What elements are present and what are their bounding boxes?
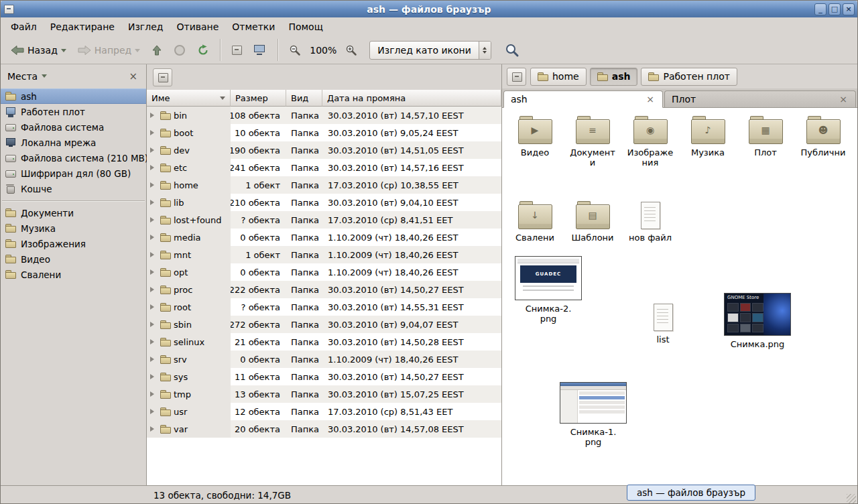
file-item-snimka[interactable]: GNOME Store Снимка.png [724, 293, 791, 349]
folder-item[interactable]: ▤ Шаблони [564, 201, 621, 243]
view-mode-select[interactable]: Изглед като икони [369, 41, 491, 60]
titlebar[interactable]: ash — файлов браузър _ □ × [1, 1, 857, 17]
expander-icon[interactable] [150, 426, 157, 432]
tree-row[interactable]: usr 12 обекта Папка 17.03.2010 (ср) 8,51… [147, 403, 501, 420]
tab-close-icon[interactable]: × [838, 94, 849, 104]
file-item-list[interactable]: list [629, 303, 696, 344]
column-header-date[interactable]: Дата на промяна [322, 90, 501, 107]
home-button[interactable] [227, 42, 247, 58]
tree-row[interactable]: sbin 272 обекта Папка 30.03.2010 (вт) 9,… [147, 316, 501, 333]
menu-item[interactable]: Отметки [226, 19, 281, 35]
sidebar-item[interactable]: Файлова система (210 MB) [1, 150, 146, 166]
sidebar-item[interactable]: Шифриран дял (80 GB) [1, 166, 146, 181]
resize-grip[interactable] [847, 494, 856, 503]
tab-plot[interactable]: Плот × [664, 90, 856, 107]
path-segment-button[interactable]: home [530, 68, 587, 86]
folder-item[interactable]: ☻ Публични [794, 116, 852, 168]
back-button[interactable]: Назад [6, 42, 71, 59]
tree-row[interactable]: sys 11 обекта Папка 30.03.2010 (вт) 14,5… [147, 368, 501, 385]
sidebar-item[interactable]: Локална мрежа [1, 135, 146, 150]
tree-row[interactable]: etc 241 обекта Папка 30.03.2010 (вт) 14,… [147, 159, 501, 176]
tree-row[interactable]: dev 190 обекта Папка 30.03.2010 (вт) 14,… [147, 141, 501, 159]
expander-icon[interactable] [150, 235, 157, 240]
icon-canvas[interactable]: ▶ Видео ≡ Документи ◉ Изображения [502, 108, 857, 485]
forward-button[interactable]: Напред [73, 42, 145, 59]
expander-icon[interactable] [150, 304, 157, 310]
tab-ash[interactable]: ash × [503, 90, 663, 108]
sidebar-item[interactable]: ash [1, 88, 146, 104]
expander-icon[interactable] [150, 200, 157, 205]
expander-icon[interactable] [150, 130, 157, 135]
expander-icon[interactable] [150, 165, 157, 170]
column-header-type[interactable]: Вид [286, 90, 322, 107]
tree-row[interactable]: media 0 обекта Папка 1.10.2009 (чт) 18,4… [147, 229, 501, 246]
tree-row[interactable]: lost+found ? обекта Папка 17.03.2010 (ср… [147, 211, 501, 229]
expander-icon[interactable] [150, 147, 157, 153]
tree-row[interactable]: opt 0 обекта Папка 1.10.2009 (чт) 18,40,… [147, 263, 501, 281]
tree-row[interactable]: root ? обекта Папка 30.03.2010 (вт) 14,5… [147, 298, 501, 316]
expander-icon[interactable] [150, 287, 157, 292]
folder-item[interactable]: ↓ Свалени [506, 201, 564, 243]
expander-icon[interactable] [150, 269, 157, 275]
expander-icon[interactable] [150, 339, 157, 344]
folder-item[interactable]: ♪ Музика [679, 116, 737, 168]
tree-row[interactable]: selinux 21 обекта Папка 30.03.2010 (вт) … [147, 333, 501, 351]
folder-item[interactable]: нов файл [621, 201, 679, 243]
expander-icon[interactable] [150, 252, 157, 257]
sidebar-item[interactable]: Документи [1, 205, 146, 220]
reload-button[interactable] [192, 41, 214, 60]
tree-row[interactable]: boot 10 обекта Папка 30.03.2010 (вт) 9,0… [147, 124, 501, 141]
tree-row[interactable]: lib 210 обекта Папка 30.03.2010 (вт) 9,0… [147, 194, 501, 211]
menu-item[interactable]: Файл [5, 19, 43, 35]
sidebar-item[interactable]: Изображения [1, 236, 146, 251]
column-header-size[interactable]: Размер [231, 90, 286, 107]
maximize-button[interactable]: □ [829, 3, 841, 15]
zoom-out-button[interactable] [284, 41, 306, 60]
expander-icon[interactable] [150, 217, 157, 223]
folder-item[interactable]: ≡ Документи [564, 116, 621, 168]
tab-close-icon[interactable]: × [645, 94, 656, 104]
search-button[interactable] [500, 40, 524, 61]
menu-item[interactable]: Изглед [122, 19, 170, 35]
folder-item[interactable]: ▶ Видео [506, 116, 564, 168]
tree-row[interactable]: bin 108 обекта Папка 30.03.2010 (вт) 14,… [147, 107, 501, 124]
tree-row[interactable]: var 20 обекта Папка 30.03.2010 (вт) 14,5… [147, 420, 501, 438]
menu-item[interactable]: Отиване [170, 19, 225, 35]
tree-row[interactable]: srv 0 обекта Папка 1.10.2009 (чт) 18,40,… [147, 351, 501, 368]
folder-item[interactable]: ▦ Плот [737, 116, 794, 168]
minimize-button[interactable]: _ [814, 3, 826, 15]
file-item-snimka-1[interactable]: Снимка-1. png [560, 382, 627, 447]
expander-icon[interactable] [150, 182, 157, 188]
sidebar-item[interactable]: Файлова система [1, 119, 146, 135]
expander-icon[interactable] [150, 391, 157, 397]
sidebar-item[interactable]: Свалени [1, 267, 146, 282]
expander-icon[interactable] [150, 113, 157, 118]
tree-row[interactable]: mnt 1 обект Папка 1.10.2009 (чт) 18,40,2… [147, 246, 501, 263]
pane-view-button[interactable] [153, 68, 172, 86]
menu-item[interactable]: Редактиране [44, 19, 121, 35]
places-dropdown-icon[interactable] [42, 74, 47, 80]
expander-icon[interactable] [150, 374, 157, 379]
sidebar-item[interactable]: Видео [1, 251, 146, 267]
places-label[interactable]: Места [7, 71, 38, 82]
tree-row[interactable]: home 1 обект Папка 17.03.2010 (ср) 10,38… [147, 176, 501, 194]
expander-icon[interactable] [150, 322, 157, 327]
up-button[interactable] [147, 42, 167, 59]
zoom-in-button[interactable] [341, 41, 362, 60]
view-mode-spinner[interactable] [479, 42, 491, 59]
file-item-snimka-2[interactable]: GUADEC Снимка-2. png [515, 256, 582, 324]
menu-item[interactable]: Помощ [282, 19, 328, 35]
path-segment-button[interactable]: ash [590, 68, 638, 86]
tree-row[interactable]: proc 222 обекта Папка 30.03.2010 (вт) 14… [147, 281, 501, 298]
sidebar-item[interactable]: Музика [1, 220, 146, 236]
computer-button[interactable] [249, 41, 271, 59]
path-segment-button[interactable]: Работен плот [641, 68, 737, 86]
zoom-level[interactable]: 100% [308, 45, 339, 56]
path-root-button[interactable] [507, 68, 526, 86]
sidebar-item[interactable]: Работен плот [1, 104, 146, 119]
close-button[interactable]: × [843, 3, 855, 15]
back-history-dropdown-icon[interactable] [61, 49, 66, 55]
tree-row[interactable]: tmp 13 обекта Папка 30.03.2010 (вт) 15,0… [147, 385, 501, 403]
expander-icon[interactable] [150, 357, 157, 362]
folder-item[interactable]: ◉ Изображения [621, 116, 679, 168]
